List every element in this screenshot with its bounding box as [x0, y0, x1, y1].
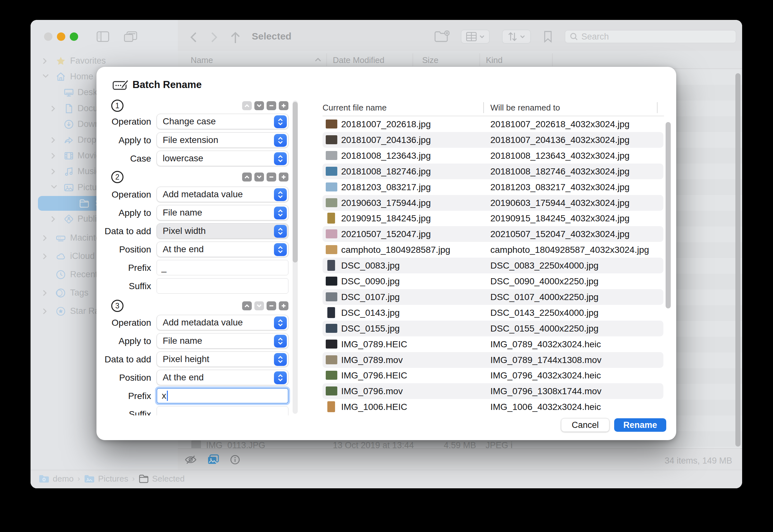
rename-button[interactable]: Rename — [614, 418, 666, 432]
current-file-name: DSC_0143.jpg — [341, 308, 400, 318]
renamed-file-name: 20181008_182746_4032x3024.jpg — [490, 166, 630, 177]
rename-preview-row: 20210507_152047.jpg20210507_152047_4032x… — [323, 226, 663, 242]
rename-preview-row: 20181203_083217.jpg20181203_083217_4032x… — [323, 179, 663, 195]
field-row: Prefix_ — [96, 260, 289, 275]
file-thumbnail — [326, 182, 337, 191]
field-label: Apply to — [100, 208, 151, 218]
add-operation-button[interactable] — [279, 173, 289, 182]
renamed-file-name: DSC_0155_4000x2250.jpg — [490, 324, 599, 334]
group-number-badge: 1 — [111, 100, 123, 112]
cancel-button[interactable]: Cancel — [561, 418, 609, 432]
select-value: Add metadata value — [163, 189, 243, 199]
move-up-button[interactable] — [242, 101, 252, 110]
info-icon[interactable] — [230, 455, 240, 465]
add-operation-button[interactable] — [279, 301, 289, 310]
rename-preview-row: 20181008_182746.jpg20181008_182746_4032x… — [323, 164, 663, 179]
current-file-name: 20181203_083217.jpg — [341, 182, 431, 192]
operation-select[interactable]: Change case — [156, 114, 289, 129]
renamed-file-name: IMG_0789_1744x1308.mov — [490, 355, 602, 365]
renamed-file-name: DSC_0143_2250x4000.jpg — [490, 308, 599, 318]
close-button[interactable] — [44, 32, 52, 41]
data-to-add-select[interactable]: Pixel width — [156, 223, 289, 239]
select-stepper-icon — [274, 152, 287, 165]
current-file-name: IMG_0796.HEIC — [341, 370, 407, 381]
field-row: Caselowercase — [96, 151, 289, 166]
remove-operation-button[interactable] — [267, 101, 276, 110]
remove-operation-button[interactable] — [267, 301, 276, 310]
window-scrollbar[interactable] — [735, 73, 741, 447]
minimize-button[interactable] — [57, 32, 65, 41]
field-label: Operation — [100, 117, 151, 127]
position-select[interactable]: At the end — [156, 242, 289, 257]
panel-scrollbar-thumb[interactable] — [293, 102, 298, 262]
suffix-input[interactable] — [156, 278, 289, 294]
operation-select[interactable]: Add metadata value — [156, 187, 289, 202]
dialog-title: Batch Rename — [132, 79, 202, 91]
list-header-renamed: Will be renamed to — [490, 103, 560, 113]
input-value: _ — [161, 262, 166, 273]
rename-preview-row: 20181007_204136.jpg20181007_204136_4032x… — [323, 132, 663, 148]
suffix-input[interactable] — [156, 406, 289, 415]
current-file-name: 20181008_123643.jpg — [341, 151, 431, 161]
select-stepper-icon — [274, 134, 287, 147]
file-thumbnail — [326, 324, 337, 333]
batch-rename-dialog: Batch Rename 1OperationChange caseApply … — [96, 67, 676, 440]
prefix-input[interactable]: x — [156, 388, 289, 403]
rename-preview-row: IMG_0796.HEICIMG_0796_4032x3024.heic — [323, 368, 663, 383]
rename-preview-row: DSC_0083.jpgDSC_0083_2250x4000.jpg — [323, 258, 663, 273]
select-value: Add metadata value — [163, 317, 243, 328]
remove-operation-button[interactable] — [267, 173, 276, 182]
select-stepper-icon — [274, 371, 287, 384]
current-file-name: 20181007_204136.jpg — [341, 135, 431, 145]
select-value: At the end — [163, 244, 204, 254]
renamed-file-name: 20181008_123643_4032x3024.jpg — [490, 151, 630, 161]
current-file-name: IMG_0789.HEIC — [341, 339, 407, 350]
move-down-button[interactable] — [254, 101, 264, 110]
operation-select[interactable]: Add metadata value — [156, 315, 289, 330]
add-operation-button[interactable] — [279, 101, 289, 110]
current-file-name: DSC_0083.jpg — [341, 261, 400, 271]
prefix-input[interactable]: _ — [156, 260, 289, 275]
field-row: Prefixx — [96, 388, 289, 403]
select-stepper-icon — [274, 353, 287, 366]
field-label: Operation — [100, 318, 151, 328]
rename-preview-list: 20181007_202618.jpg20181007_202618_4032x… — [323, 116, 663, 479]
apply-to-select[interactable]: File name — [156, 333, 289, 349]
apply-to-select[interactable]: File extension — [156, 132, 289, 148]
field-label: Data to add — [100, 226, 151, 236]
text-caret — [167, 391, 168, 401]
batch-rename-icon — [112, 78, 129, 92]
select-value: File name — [163, 208, 202, 218]
current-file-name: IMG_0789.mov — [341, 355, 403, 365]
move-up-button[interactable] — [242, 301, 252, 310]
file-thumbnail — [326, 355, 337, 364]
select-stepper-icon — [274, 335, 287, 348]
move-down-button[interactable] — [254, 301, 264, 310]
file-thumbnail — [326, 135, 337, 144]
move-down-button[interactable] — [254, 173, 264, 182]
hide-preview-eye-slash-icon[interactable] — [185, 455, 197, 464]
file-thumbnail — [326, 198, 337, 207]
current-file-name: camphoto_1804928587.jpg — [341, 245, 450, 255]
list-scrollbar[interactable] — [666, 122, 671, 308]
case-select[interactable]: lowercase — [156, 151, 289, 166]
data-to-add-select[interactable]: Pixel height — [156, 351, 289, 367]
select-value: File extension — [163, 135, 218, 145]
apply-to-select[interactable]: File name — [156, 205, 289, 220]
select-value: Pixel width — [163, 226, 206, 236]
field-row: Data to addPixel height — [96, 351, 289, 367]
field-label: Data to add — [100, 354, 151, 365]
field-label: Apply to — [100, 336, 151, 346]
photos-icon[interactable] — [207, 454, 220, 465]
maximize-button[interactable] — [70, 32, 78, 41]
rename-preview-row: IMG_0789.HEICIMG_0789_4032x3024.heic — [323, 336, 663, 352]
renamed-file-name: 20181007_202618_4032x3024.jpg — [490, 119, 630, 129]
select-value: Pixel height — [163, 354, 209, 364]
move-up-button[interactable] — [242, 173, 252, 182]
position-select[interactable]: At the end — [156, 370, 289, 385]
file-thumbnail — [326, 277, 337, 286]
rename-preview-row: IMG_0796.movIMG_0796_1308x1744.mov — [323, 383, 663, 399]
rename-preview-row: IMG_1006.HEICIMG_1006_4032x3024.heic — [323, 399, 663, 415]
rename-preview-row: DSC_0107.jpgDSC_0107_4000x2250.jpg — [323, 289, 663, 305]
current-file-name: 20190603_175944.jpg — [341, 198, 431, 208]
